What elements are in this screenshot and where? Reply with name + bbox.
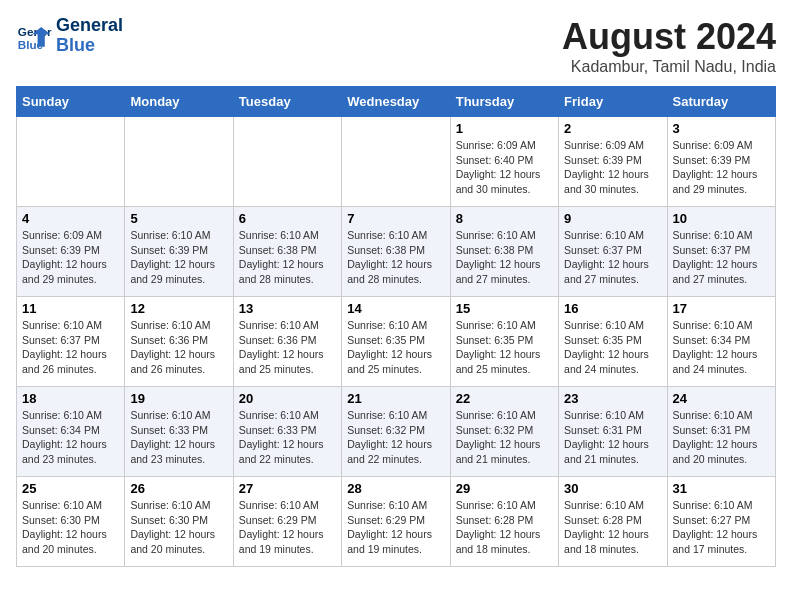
calendar-cell: 7Sunrise: 6:10 AMSunset: 6:38 PMDaylight… xyxy=(342,207,450,297)
day-number: 3 xyxy=(673,121,770,136)
calendar-cell: 8Sunrise: 6:10 AMSunset: 6:38 PMDaylight… xyxy=(450,207,558,297)
calendar-cell: 17Sunrise: 6:10 AMSunset: 6:34 PMDayligh… xyxy=(667,297,775,387)
day-info: Sunrise: 6:10 AMSunset: 6:35 PMDaylight:… xyxy=(564,318,661,377)
day-info: Sunrise: 6:09 AMSunset: 6:39 PMDaylight:… xyxy=(564,138,661,197)
col-header-monday: Monday xyxy=(125,87,233,117)
day-number: 9 xyxy=(564,211,661,226)
calendar-cell: 29Sunrise: 6:10 AMSunset: 6:28 PMDayligh… xyxy=(450,477,558,567)
calendar-cell xyxy=(233,117,341,207)
day-info: Sunrise: 6:09 AMSunset: 6:40 PMDaylight:… xyxy=(456,138,553,197)
calendar-cell: 21Sunrise: 6:10 AMSunset: 6:32 PMDayligh… xyxy=(342,387,450,477)
calendar-cell: 19Sunrise: 6:10 AMSunset: 6:33 PMDayligh… xyxy=(125,387,233,477)
header: General Blue General Blue August 2024 Ka… xyxy=(16,16,776,76)
calendar-cell: 26Sunrise: 6:10 AMSunset: 6:30 PMDayligh… xyxy=(125,477,233,567)
day-number: 16 xyxy=(564,301,661,316)
day-info: Sunrise: 6:10 AMSunset: 6:28 PMDaylight:… xyxy=(456,498,553,557)
calendar-cell: 23Sunrise: 6:10 AMSunset: 6:31 PMDayligh… xyxy=(559,387,667,477)
day-number: 20 xyxy=(239,391,336,406)
calendar-cell: 14Sunrise: 6:10 AMSunset: 6:35 PMDayligh… xyxy=(342,297,450,387)
day-info: Sunrise: 6:10 AMSunset: 6:30 PMDaylight:… xyxy=(22,498,119,557)
day-number: 15 xyxy=(456,301,553,316)
calendar-cell: 22Sunrise: 6:10 AMSunset: 6:32 PMDayligh… xyxy=(450,387,558,477)
calendar-week-row: 18Sunrise: 6:10 AMSunset: 6:34 PMDayligh… xyxy=(17,387,776,477)
day-number: 28 xyxy=(347,481,444,496)
day-number: 14 xyxy=(347,301,444,316)
col-header-saturday: Saturday xyxy=(667,87,775,117)
calendar-header-row: SundayMondayTuesdayWednesdayThursdayFrid… xyxy=(17,87,776,117)
day-number: 24 xyxy=(673,391,770,406)
day-number: 6 xyxy=(239,211,336,226)
day-number: 19 xyxy=(130,391,227,406)
calendar-cell: 12Sunrise: 6:10 AMSunset: 6:36 PMDayligh… xyxy=(125,297,233,387)
calendar-cell: 31Sunrise: 6:10 AMSunset: 6:27 PMDayligh… xyxy=(667,477,775,567)
col-header-thursday: Thursday xyxy=(450,87,558,117)
day-info: Sunrise: 6:10 AMSunset: 6:28 PMDaylight:… xyxy=(564,498,661,557)
day-info: Sunrise: 6:10 AMSunset: 6:34 PMDaylight:… xyxy=(673,318,770,377)
calendar-cell: 1Sunrise: 6:09 AMSunset: 6:40 PMDaylight… xyxy=(450,117,558,207)
day-info: Sunrise: 6:10 AMSunset: 6:30 PMDaylight:… xyxy=(130,498,227,557)
logo: General Blue General Blue xyxy=(16,16,123,56)
col-header-tuesday: Tuesday xyxy=(233,87,341,117)
calendar-cell: 30Sunrise: 6:10 AMSunset: 6:28 PMDayligh… xyxy=(559,477,667,567)
calendar-cell: 9Sunrise: 6:10 AMSunset: 6:37 PMDaylight… xyxy=(559,207,667,297)
day-number: 5 xyxy=(130,211,227,226)
day-info: Sunrise: 6:10 AMSunset: 6:32 PMDaylight:… xyxy=(456,408,553,467)
logo-icon: General Blue xyxy=(16,18,52,54)
calendar-week-row: 11Sunrise: 6:10 AMSunset: 6:37 PMDayligh… xyxy=(17,297,776,387)
day-number: 8 xyxy=(456,211,553,226)
col-header-sunday: Sunday xyxy=(17,87,125,117)
calendar-cell: 11Sunrise: 6:10 AMSunset: 6:37 PMDayligh… xyxy=(17,297,125,387)
calendar-cell: 16Sunrise: 6:10 AMSunset: 6:35 PMDayligh… xyxy=(559,297,667,387)
calendar-cell xyxy=(125,117,233,207)
day-info: Sunrise: 6:10 AMSunset: 6:37 PMDaylight:… xyxy=(673,228,770,287)
main-title: August 2024 xyxy=(562,16,776,58)
day-number: 11 xyxy=(22,301,119,316)
col-header-wednesday: Wednesday xyxy=(342,87,450,117)
calendar-cell: 5Sunrise: 6:10 AMSunset: 6:39 PMDaylight… xyxy=(125,207,233,297)
day-info: Sunrise: 6:10 AMSunset: 6:27 PMDaylight:… xyxy=(673,498,770,557)
day-info: Sunrise: 6:10 AMSunset: 6:36 PMDaylight:… xyxy=(130,318,227,377)
day-info: Sunrise: 6:10 AMSunset: 6:35 PMDaylight:… xyxy=(456,318,553,377)
day-info: Sunrise: 6:10 AMSunset: 6:37 PMDaylight:… xyxy=(22,318,119,377)
calendar-cell: 6Sunrise: 6:10 AMSunset: 6:38 PMDaylight… xyxy=(233,207,341,297)
title-area: August 2024 Kadambur, Tamil Nadu, India xyxy=(562,16,776,76)
day-number: 30 xyxy=(564,481,661,496)
logo-line2: Blue xyxy=(56,36,123,56)
day-info: Sunrise: 6:10 AMSunset: 6:35 PMDaylight:… xyxy=(347,318,444,377)
calendar-cell: 18Sunrise: 6:10 AMSunset: 6:34 PMDayligh… xyxy=(17,387,125,477)
calendar-cell xyxy=(342,117,450,207)
day-number: 27 xyxy=(239,481,336,496)
day-number: 31 xyxy=(673,481,770,496)
calendar-cell: 27Sunrise: 6:10 AMSunset: 6:29 PMDayligh… xyxy=(233,477,341,567)
day-number: 21 xyxy=(347,391,444,406)
calendar-table: SundayMondayTuesdayWednesdayThursdayFrid… xyxy=(16,86,776,567)
calendar-cell: 15Sunrise: 6:10 AMSunset: 6:35 PMDayligh… xyxy=(450,297,558,387)
day-info: Sunrise: 6:10 AMSunset: 6:39 PMDaylight:… xyxy=(130,228,227,287)
calendar-week-row: 1Sunrise: 6:09 AMSunset: 6:40 PMDaylight… xyxy=(17,117,776,207)
calendar-cell xyxy=(17,117,125,207)
day-info: Sunrise: 6:10 AMSunset: 6:31 PMDaylight:… xyxy=(564,408,661,467)
day-number: 7 xyxy=(347,211,444,226)
day-info: Sunrise: 6:09 AMSunset: 6:39 PMDaylight:… xyxy=(673,138,770,197)
calendar-cell: 2Sunrise: 6:09 AMSunset: 6:39 PMDaylight… xyxy=(559,117,667,207)
day-info: Sunrise: 6:10 AMSunset: 6:32 PMDaylight:… xyxy=(347,408,444,467)
day-info: Sunrise: 6:10 AMSunset: 6:37 PMDaylight:… xyxy=(564,228,661,287)
day-number: 22 xyxy=(456,391,553,406)
day-info: Sunrise: 6:10 AMSunset: 6:38 PMDaylight:… xyxy=(347,228,444,287)
day-number: 17 xyxy=(673,301,770,316)
day-number: 23 xyxy=(564,391,661,406)
calendar-week-row: 4Sunrise: 6:09 AMSunset: 6:39 PMDaylight… xyxy=(17,207,776,297)
day-number: 1 xyxy=(456,121,553,136)
logo-text: General Blue xyxy=(56,16,123,56)
day-info: Sunrise: 6:10 AMSunset: 6:33 PMDaylight:… xyxy=(239,408,336,467)
day-info: Sunrise: 6:10 AMSunset: 6:38 PMDaylight:… xyxy=(456,228,553,287)
day-number: 29 xyxy=(456,481,553,496)
calendar-cell: 25Sunrise: 6:10 AMSunset: 6:30 PMDayligh… xyxy=(17,477,125,567)
logo-line1: General xyxy=(56,16,123,36)
day-number: 18 xyxy=(22,391,119,406)
day-number: 10 xyxy=(673,211,770,226)
subtitle: Kadambur, Tamil Nadu, India xyxy=(562,58,776,76)
col-header-friday: Friday xyxy=(559,87,667,117)
calendar-cell: 13Sunrise: 6:10 AMSunset: 6:36 PMDayligh… xyxy=(233,297,341,387)
day-info: Sunrise: 6:10 AMSunset: 6:34 PMDaylight:… xyxy=(22,408,119,467)
